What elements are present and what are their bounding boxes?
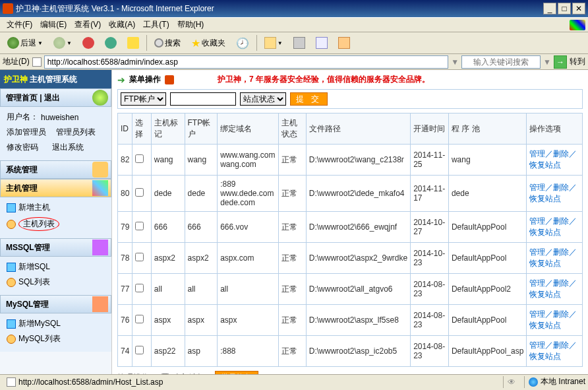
page-icon [7, 377, 16, 387]
menu-fav[interactable]: 收藏(A) [105, 18, 139, 32]
cell-id: 77 [118, 274, 132, 305]
mail-button[interactable]: ▼ [260, 34, 287, 51]
sidebar-item-add-host[interactable]: 新增主机 [5, 200, 106, 215]
restore-link[interactable]: 恢复站点 [529, 290, 561, 299]
table-row: 76aspxaspxaspx正常D:\wwwroot2\aspx_lf5se82… [118, 305, 583, 336]
row-checkbox[interactable] [135, 222, 144, 230]
delete-link[interactable]: 删除／ [553, 149, 577, 158]
cell-id: 74 [118, 336, 132, 367]
delete-link[interactable]: 删除／ [553, 247, 577, 257]
keyword-input[interactable] [461, 55, 541, 69]
delete-link[interactable]: 删除／ [553, 309, 577, 319]
col-sel: 选择 [132, 114, 151, 145]
search-button[interactable]: 搜索 [150, 35, 185, 51]
windows-flag-icon [570, 20, 585, 30]
manage-link[interactable]: 管理／ [529, 183, 553, 192]
col-domain: 绑定域名 [218, 114, 278, 145]
refresh-button[interactable] [100, 34, 121, 51]
restore-link[interactable]: 恢复站点 [529, 259, 561, 268]
nav-panel-title[interactable]: 管理首页 | 退出 [0, 88, 111, 107]
sidebar-item-add-sql[interactable]: 新增SQL [5, 259, 106, 275]
cell-state: 正常 [278, 145, 306, 176]
cell-domain: 666.vov [218, 212, 278, 243]
history-button[interactable]: 🕗 [231, 34, 254, 52]
sidebar-item-logout[interactable]: 退出系统 [52, 142, 84, 153]
go-button[interactable]: → [554, 55, 567, 69]
maximize-button[interactable]: □ [558, 3, 571, 15]
chevron-down-icon[interactable]: ▼ [543, 57, 551, 67]
favorites-button[interactable]: ★收藏夹 [187, 34, 230, 52]
restore-link[interactable]: 恢复站点 [529, 194, 561, 203]
sidebar-item-admin-list[interactable]: 管理员列表 [56, 127, 96, 138]
manage-link[interactable]: 管理／ [529, 278, 553, 288]
manage-link[interactable]: 管理／ [529, 309, 553, 319]
sidebar-item-mysql-list[interactable]: MySQL列表 [5, 331, 106, 346]
chevron-down-icon[interactable]: ▼ [451, 57, 459, 67]
restore-link[interactable]: 恢复站点 [529, 228, 561, 237]
stop-button[interactable] [78, 34, 99, 51]
main-content: ➔ 菜单操作 护卫神，7 年服务器安全经验，值得信赖的服务器安全品牌。 FTP帐… [112, 70, 588, 374]
stop-icon [82, 37, 94, 49]
restore-link[interactable]: 恢复站点 [529, 160, 561, 170]
batch-restore-button[interactable]: 批量恢复 [215, 371, 258, 374]
restore-link[interactable]: 恢复站点 [529, 352, 561, 361]
titlebar: 护卫神·主机管理系统 Ver3.1 - Microsoft Internet E… [0, 0, 588, 17]
select-all-checkbox[interactable] [161, 374, 169, 375]
discuss-button[interactable] [334, 34, 355, 51]
forward-button[interactable]: ▼ [49, 34, 76, 51]
delete-link[interactable]: 删除／ [553, 216, 577, 226]
cell-id: 82 [118, 145, 132, 176]
close-button[interactable]: ✕ [572, 3, 585, 15]
menu-edit[interactable]: 编辑(E) [36, 18, 71, 32]
sidebar-item-host-list[interactable]: 主机列表 [5, 215, 106, 233]
mssql-panel-title[interactable]: MSSQL管理 [0, 238, 111, 257]
menu-help[interactable]: 帮助(H) [173, 18, 208, 32]
account-input[interactable] [170, 92, 236, 106]
delete-link[interactable]: 删除／ [553, 341, 577, 350]
delete-link[interactable]: 删除／ [553, 278, 577, 288]
sidebar-item-add-mysql[interactable]: 新增MySQL [5, 316, 106, 331]
menu-file[interactable]: 文件(F) [3, 18, 36, 32]
delete-link[interactable]: 删除／ [553, 183, 577, 192]
back-button[interactable]: 后退▼ [3, 34, 47, 51]
menu-view[interactable]: 查看(V) [71, 18, 105, 32]
cell-domain: www.wang.comwang.com [218, 145, 278, 176]
sidebar-item-add-admin[interactable]: 添加管理员 [7, 127, 46, 138]
page-icon [32, 57, 42, 67]
sidebar-item-sql-list[interactable]: SQL列表 [5, 275, 106, 290]
filter-bar: FTP帐户 站点状态 提 交 [117, 89, 583, 109]
col-ops: 操作选项 [527, 114, 583, 145]
mysql-panel-title[interactable]: MySQL管理 [0, 295, 111, 313]
minimize-button[interactable]: _ [543, 3, 556, 15]
address-input[interactable] [44, 55, 449, 69]
print-button[interactable] [289, 34, 310, 51]
manage-link[interactable]: 管理／ [529, 341, 553, 350]
sys-panel-title[interactable]: 系统管理 [0, 160, 111, 179]
row-checkbox[interactable] [135, 154, 144, 163]
home-button[interactable] [123, 34, 144, 51]
row-checkbox[interactable] [135, 253, 144, 261]
row-checkbox[interactable] [135, 346, 144, 354]
cell-ops: 管理／删除／恢复站点 [527, 243, 583, 274]
page-content: 护卫神 主机管理系统 管理首页 | 退出 用户名：huweishen 添加管理员… [0, 70, 588, 374]
restore-link[interactable]: 恢复站点 [529, 321, 561, 330]
state-select[interactable]: 站点状态 [240, 92, 286, 106]
submit-button[interactable]: 提 交 [290, 92, 328, 106]
home-icon [127, 37, 139, 49]
manage-link[interactable]: 管理／ [529, 149, 553, 158]
sidebar-header: 护卫神 主机管理系统 [0, 70, 111, 88]
cell-path: D:\wwwroot2\all_atgvo6 [306, 274, 410, 305]
sql-add-icon [7, 263, 16, 272]
account-select[interactable]: FTP帐户 [121, 92, 166, 106]
row-checkbox[interactable] [135, 284, 144, 292]
col-state: 主机状态 [278, 114, 306, 145]
manage-link[interactable]: 管理／ [529, 247, 553, 257]
sidebar-item-chpwd[interactable]: 修改密码 [7, 142, 38, 153]
row-checkbox[interactable] [135, 188, 144, 197]
edit-button[interactable] [311, 34, 332, 51]
row-checkbox[interactable] [135, 315, 144, 323]
menu-tools[interactable]: 工具(T) [139, 18, 173, 32]
manage-link[interactable]: 管理／ [529, 216, 553, 226]
host-panel-title[interactable]: 主机管理 [0, 179, 111, 197]
username-row: 用户名：huweishen [5, 110, 106, 125]
